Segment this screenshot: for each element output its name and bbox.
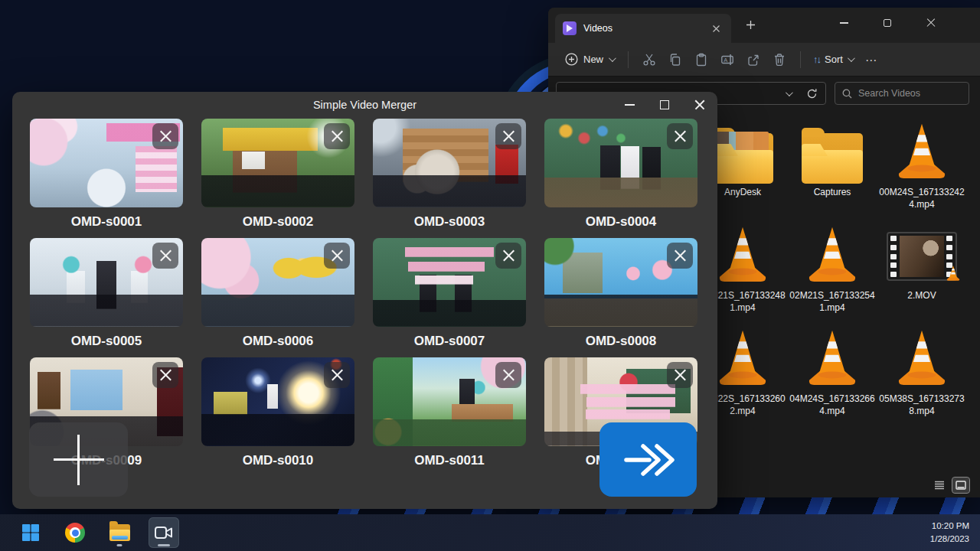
mini-vlc-cone-icon (945, 264, 962, 282)
explorer-maximize-button[interactable] (884, 19, 891, 27)
remove-video-button[interactable] (324, 123, 350, 149)
anydesk-folder-icon (710, 133, 775, 184)
share-button[interactable] (740, 48, 766, 71)
video-thumbnail[interactable] (201, 357, 354, 446)
file-name: 05M38S_1671332738.mp4 (879, 393, 965, 417)
large-icons-view-button[interactable] (952, 478, 969, 493)
taskbar-clock[interactable]: 10:20 PM 1/28/2023 (930, 520, 969, 545)
video-item[interactable]: OMD-s0001 (30, 119, 183, 238)
start-button[interactable] (15, 517, 46, 548)
delete-button[interactable] (766, 48, 792, 71)
remove-video-button[interactable] (667, 362, 693, 388)
video-thumbnail[interactable] (544, 119, 697, 207)
video-label: OMD-s0008 (544, 334, 697, 349)
video-item[interactable]: OMD-s0011 (373, 357, 526, 477)
explorer-toolbar: New A ↑↓ Sort … (548, 43, 980, 77)
video-thumbnail[interactable] (201, 119, 354, 207)
sort-button-label: Sort (825, 54, 843, 65)
new-tab-button[interactable] (746, 20, 763, 37)
window-title: Simple Video Merger (313, 99, 416, 111)
details-view-button[interactable] (931, 478, 948, 493)
remove-video-button[interactable] (324, 243, 350, 269)
file-item[interactable]: 04M24S_1671332664.mp4 (788, 320, 877, 420)
file-explorer-taskbar-button[interactable] (104, 517, 135, 548)
remove-video-button[interactable] (495, 362, 521, 388)
file-item[interactable]: Captures (788, 113, 877, 214)
remove-video-button[interactable] (152, 362, 178, 388)
explorer-view-toggles (931, 478, 969, 493)
explorer-close-button[interactable] (926, 18, 936, 28)
plus-circle-icon (565, 53, 578, 66)
video-label: OMD-s0002 (201, 214, 354, 230)
remove-video-button[interactable] (667, 243, 693, 269)
remove-video-button[interactable] (152, 243, 178, 269)
video-thumbnail[interactable] (30, 119, 183, 207)
remove-video-button[interactable] (495, 123, 521, 149)
file-item[interactable]: 00M24S_1671332424.mp4 (877, 113, 966, 214)
windows-logo-icon (21, 523, 40, 542)
video-thumbnail[interactable] (373, 238, 526, 327)
video-thumbnail[interactable] (30, 238, 183, 327)
file-item[interactable]: 2.MOV (877, 217, 966, 317)
file-name: 00M24S_1671332424.mp4 (879, 187, 965, 210)
file-item[interactable]: 02M21S_1671332541.mp4 (788, 217, 877, 317)
video-item[interactable]: OMD-s0004 (544, 119, 697, 238)
video-thumbnail[interactable] (544, 238, 697, 327)
paste-button[interactable] (688, 48, 714, 71)
video-item[interactable]: OMD-s0002 (201, 119, 354, 238)
file-explorer-icon (109, 524, 130, 541)
address-dropdown-chevron-icon[interactable] (786, 89, 793, 96)
explorer-minimize-button[interactable] (840, 22, 848, 24)
add-videos-button[interactable] (29, 422, 128, 497)
video-item[interactable]: OMD-s0007 (373, 238, 526, 357)
file-item[interactable]: 05M38S_1671332738.mp4 (877, 320, 966, 420)
new-button-label: New (583, 54, 603, 65)
file-name: 02M21S_1671332541.mp4 (789, 290, 875, 314)
video-thumbnail[interactable] (201, 238, 354, 327)
see-more-button[interactable]: … (858, 51, 886, 69)
chevron-down-icon (609, 54, 616, 62)
remove-video-button[interactable] (152, 123, 178, 149)
file-name: Captures (814, 187, 851, 199)
video-item[interactable]: OMD-s0008 (544, 238, 697, 357)
video-label: OMD-s0007 (373, 334, 526, 349)
video-label: OMD-s0005 (30, 334, 183, 349)
tab-videos[interactable]: Videos (555, 14, 731, 43)
rename-button[interactable]: A (714, 48, 740, 71)
video-label: OMD-s0011 (373, 453, 526, 468)
search-box[interactable] (835, 82, 969, 105)
tab-close-icon[interactable] (708, 21, 724, 36)
cut-button[interactable] (636, 48, 662, 71)
new-button[interactable]: New (559, 48, 620, 70)
sort-button[interactable]: ↑↓ Sort (808, 49, 858, 70)
search-input[interactable] (858, 88, 950, 99)
active-app-indicator (158, 544, 170, 546)
vlc-cone-icon (712, 223, 773, 287)
remove-video-button[interactable] (324, 362, 350, 388)
merger-minimize-button[interactable] (625, 104, 635, 106)
video-item[interactable]: OMD-s0003 (373, 119, 526, 238)
merger-title-bar[interactable]: Simple Video Merger (12, 92, 717, 118)
video-item[interactable]: OMD-s0006 (201, 238, 354, 357)
video-item[interactable]: OMD-s0005 (30, 238, 183, 357)
search-icon (842, 89, 852, 99)
video-thumbnail[interactable] (373, 357, 526, 446)
camera-app-taskbar-button[interactable] (149, 517, 179, 548)
merge-videos-button[interactable] (599, 422, 697, 497)
running-app-indicator (117, 544, 122, 546)
copy-button[interactable] (662, 48, 688, 71)
clock-time: 10:20 PM (930, 520, 969, 533)
video-camera-icon (154, 523, 174, 542)
video-item[interactable]: OMD-s0010 (201, 357, 354, 477)
chrome-taskbar-button[interactable] (60, 517, 90, 548)
clock-date: 1/28/2023 (930, 533, 969, 546)
video-thumbnail[interactable] (373, 119, 526, 207)
refresh-icon[interactable] (806, 88, 818, 99)
merger-close-button[interactable] (694, 99, 705, 110)
chevron-down-icon (848, 54, 855, 62)
explorer-tab-bar: Videos (548, 8, 980, 43)
remove-video-button[interactable] (667, 123, 693, 149)
video-label: OMD-s0001 (30, 214, 183, 230)
remove-video-button[interactable] (495, 243, 521, 269)
merger-maximize-button[interactable] (660, 100, 669, 109)
